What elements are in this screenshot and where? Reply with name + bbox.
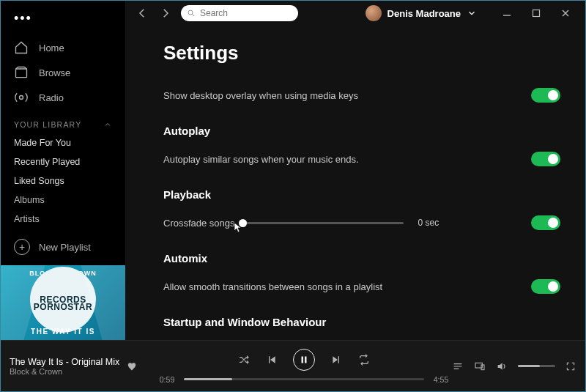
- crossfade-slider[interactable]: [242, 222, 404, 224]
- chevron-down-icon: [467, 8, 477, 18]
- heart-icon[interactable]: [127, 361, 137, 371]
- progress-bar[interactable]: [184, 378, 424, 380]
- toggle-overlay[interactable]: [531, 88, 560, 103]
- now-playing-artist[interactable]: Block & Crown: [10, 367, 119, 376]
- volume-slider[interactable]: [518, 365, 555, 367]
- nav-forward-button[interactable]: [157, 5, 174, 21]
- previous-button[interactable]: [265, 353, 278, 366]
- crossfade-value: 0 sec: [418, 218, 440, 228]
- setting-automix-desc: Allow smooth transitions between songs i…: [163, 281, 531, 292]
- window-maximize-button[interactable]: [528, 7, 544, 19]
- toggle-autoplay[interactable]: [531, 152, 560, 166]
- svg-rect-0: [16, 69, 27, 78]
- sidebar-nav-home[interactable]: Home: [1, 35, 125, 60]
- setting-overlay-desc: Show desktop overlay when using media ke…: [163, 90, 531, 101]
- svg-rect-6: [305, 356, 307, 363]
- next-button[interactable]: [330, 353, 343, 366]
- fullscreen-button[interactable]: [565, 360, 576, 373]
- sidebar-nav-radio[interactable]: Radio: [1, 85, 125, 110]
- search-input[interactable]: [200, 8, 292, 18]
- queue-button[interactable]: [452, 360, 464, 373]
- library-header-text: YOUR LIBRARY: [14, 120, 81, 129]
- sidebar-lib-liked-songs[interactable]: Liked Songs: [1, 171, 125, 191]
- window-close-button[interactable]: [557, 7, 574, 19]
- page-title: Settings: [163, 42, 560, 64]
- player-center-controls: 0:59 4:55: [156, 349, 452, 384]
- sidebar-nav-browse[interactable]: Browse: [1, 60, 125, 85]
- search-icon: [187, 9, 196, 18]
- time-elapsed: 0:59: [156, 375, 178, 384]
- window-controls: [499, 7, 576, 19]
- section-playback-header: Playback: [163, 174, 560, 208]
- album-cover[interactable]: BLOCK & CROWN PORNOSTAR RECORDS THE WAY …: [1, 265, 125, 340]
- username: Denis Madroane: [387, 8, 461, 19]
- shuffle-button[interactable]: [237, 353, 251, 366]
- cover-brand-bottom: RECORDS: [1, 295, 125, 305]
- new-playlist-button[interactable]: + New Playlist: [1, 229, 125, 265]
- player-right-controls: [452, 360, 576, 373]
- search-box[interactable]: [181, 5, 298, 21]
- sidebar-lib-made-for-you[interactable]: Made For You: [1, 133, 125, 152]
- setting-overlay-row: Show desktop overlay when using media ke…: [163, 81, 560, 110]
- section-automix-header: Automix: [163, 237, 560, 272]
- toggle-crossfade[interactable]: [531, 215, 560, 230]
- settings-scroll[interactable]: Settings Show desktop overlay when using…: [125, 26, 585, 340]
- svg-rect-4: [533, 10, 540, 17]
- radio-icon: [14, 90, 29, 105]
- home-icon: [14, 40, 29, 55]
- chevron-up-icon[interactable]: [103, 120, 112, 129]
- nav-back-button[interactable]: [134, 5, 150, 21]
- app-menu-dots[interactable]: •••: [1, 4, 125, 35]
- slider-thumb[interactable]: [239, 219, 247, 227]
- volume-icon[interactable]: [496, 360, 508, 373]
- sidebar: ••• Home Browse Rad: [1, 1, 125, 340]
- now-playing-info: The Way It Is - Original Mix Block & Cro…: [10, 357, 156, 376]
- setting-crossfade-row: Crossfade songs 0 sec: [163, 208, 560, 237]
- library-header: YOUR LIBRARY: [1, 110, 125, 133]
- sidebar-lib-artists[interactable]: Artists: [1, 210, 125, 229]
- svg-rect-5: [302, 356, 304, 363]
- devices-button[interactable]: [474, 360, 486, 373]
- main-panel: Denis Madroane Settings Show desktop ove…: [125, 1, 585, 340]
- sidebar-nav-label: Browse: [39, 67, 70, 78]
- user-menu[interactable]: Denis Madroane: [366, 5, 477, 21]
- now-playing-title[interactable]: The Way It Is - Original Mix: [10, 357, 119, 367]
- new-playlist-label: New Playlist: [39, 242, 91, 253]
- cover-bottom-text: THE WAY IT IS: [1, 328, 125, 336]
- time-total: 4:55: [430, 375, 452, 384]
- repeat-button[interactable]: [357, 353, 371, 366]
- window-minimize-button[interactable]: [499, 7, 515, 19]
- plus-icon: +: [14, 239, 30, 255]
- setting-autoplay-desc: Autoplay similar songs when your music e…: [163, 154, 531, 165]
- sidebar-lib-recently-played[interactable]: Recently Played: [1, 152, 125, 171]
- sidebar-nav-label: Home: [39, 42, 64, 53]
- top-bar: Denis Madroane: [125, 1, 585, 26]
- svg-rect-8: [481, 365, 484, 370]
- sidebar-nav-label: Radio: [39, 92, 64, 103]
- sidebar-lib-albums[interactable]: Albums: [1, 191, 125, 210]
- svg-point-2: [188, 10, 193, 15]
- setting-automix-row: Allow smooth transitions between songs i…: [163, 272, 560, 301]
- svg-point-1: [20, 96, 23, 100]
- crossfade-label: Crossfade songs: [163, 218, 235, 229]
- player-bar: The Way It Is - Original Mix Block & Cro…: [1, 340, 585, 391]
- browse-icon: [14, 65, 29, 80]
- progress-row: 0:59 4:55: [156, 375, 452, 384]
- play-pause-button[interactable]: [293, 349, 315, 371]
- section-startup-header: Startup and Window Behaviour: [163, 301, 560, 336]
- avatar: [366, 5, 382, 21]
- section-autoplay-header: Autoplay: [163, 110, 560, 144]
- toggle-automix[interactable]: [531, 279, 560, 294]
- setting-autoplay-row: Autoplay similar songs when your music e…: [163, 144, 560, 174]
